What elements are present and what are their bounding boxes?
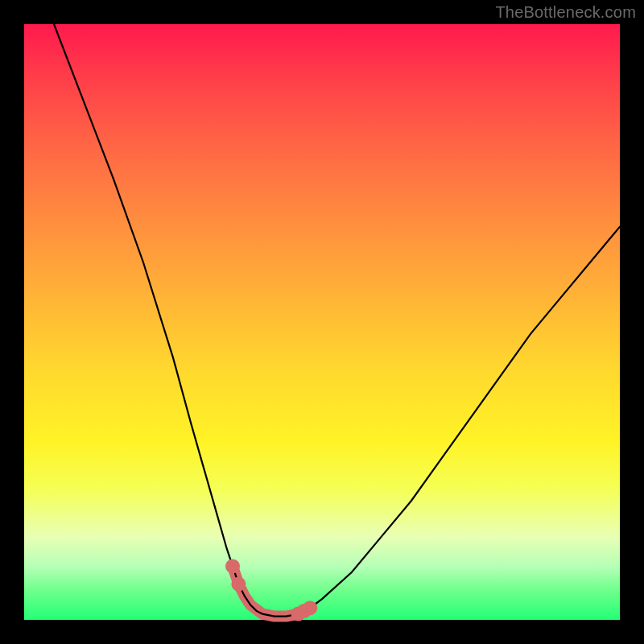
bottleneck-main-curve <box>54 24 620 617</box>
watermark-label: TheBottleneck.com <box>495 3 636 22</box>
chart-overlay <box>24 24 620 620</box>
highlight-dot <box>303 601 317 615</box>
highlight-dot <box>231 577 246 592</box>
highlight-dot <box>225 559 240 573</box>
chart-frame: TheBottleneck.com <box>0 0 644 644</box>
